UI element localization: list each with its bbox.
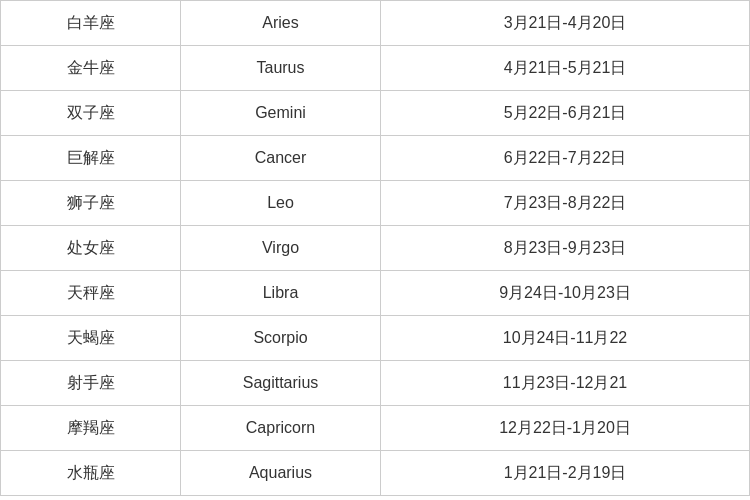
zodiac-dates: 5月22日-6月21日 <box>381 91 750 136</box>
zodiac-chinese: 摩羯座 <box>1 406 181 451</box>
zodiac-chinese: 狮子座 <box>1 181 181 226</box>
table-row: 天蝎座 Scorpio 10月24日-11月22 <box>1 316 750 361</box>
zodiac-english: Gemini <box>181 91 381 136</box>
zodiac-english: Aquarius <box>181 451 381 496</box>
zodiac-dates: 10月24日-11月22 <box>381 316 750 361</box>
zodiac-dates: 6月22日-7月22日 <box>381 136 750 181</box>
table-row: 射手座 Sagittarius 11月23日-12月21 <box>1 361 750 406</box>
zodiac-chinese: 白羊座 <box>1 1 181 46</box>
table-row: 金牛座 Taurus 4月21日-5月21日 <box>1 46 750 91</box>
zodiac-english: Libra <box>181 271 381 316</box>
zodiac-dates: 9月24日-10月23日 <box>381 271 750 316</box>
table-row: 双子座 Gemini 5月22日-6月21日 <box>1 91 750 136</box>
zodiac-english: Leo <box>181 181 381 226</box>
zodiac-english: Virgo <box>181 226 381 271</box>
zodiac-chinese: 射手座 <box>1 361 181 406</box>
zodiac-chinese: 天秤座 <box>1 271 181 316</box>
table-row: 巨解座 Cancer 6月22日-7月22日 <box>1 136 750 181</box>
zodiac-english: Aries <box>181 1 381 46</box>
zodiac-dates: 1月21日-2月19日 <box>381 451 750 496</box>
zodiac-chinese: 水瓶座 <box>1 451 181 496</box>
zodiac-dates: 11月23日-12月21 <box>381 361 750 406</box>
zodiac-english: Scorpio <box>181 316 381 361</box>
zodiac-chinese: 巨解座 <box>1 136 181 181</box>
zodiac-chinese: 双子座 <box>1 91 181 136</box>
table-row: 狮子座 Leo 7月23日-8月22日 <box>1 181 750 226</box>
zodiac-chinese: 天蝎座 <box>1 316 181 361</box>
zodiac-dates: 12月22日-1月20日 <box>381 406 750 451</box>
table-row: 白羊座 Aries 3月21日-4月20日 <box>1 1 750 46</box>
zodiac-english: Cancer <box>181 136 381 181</box>
zodiac-dates: 3月21日-4月20日 <box>381 1 750 46</box>
zodiac-english: Taurus <box>181 46 381 91</box>
zodiac-table: 白羊座 Aries 3月21日-4月20日 金牛座 Taurus 4月21日-5… <box>0 0 750 496</box>
table-row: 处女座 Virgo 8月23日-9月23日 <box>1 226 750 271</box>
zodiac-dates: 4月21日-5月21日 <box>381 46 750 91</box>
zodiac-dates: 8月23日-9月23日 <box>381 226 750 271</box>
table-row: 摩羯座 Capricorn 12月22日-1月20日 <box>1 406 750 451</box>
zodiac-chinese: 处女座 <box>1 226 181 271</box>
zodiac-dates: 7月23日-8月22日 <box>381 181 750 226</box>
zodiac-chinese: 金牛座 <box>1 46 181 91</box>
zodiac-english: Sagittarius <box>181 361 381 406</box>
table-row: 水瓶座 Aquarius 1月21日-2月19日 <box>1 451 750 496</box>
zodiac-table-container: 白羊座 Aries 3月21日-4月20日 金牛座 Taurus 4月21日-5… <box>0 0 750 500</box>
table-row: 天秤座 Libra 9月24日-10月23日 <box>1 271 750 316</box>
zodiac-english: Capricorn <box>181 406 381 451</box>
